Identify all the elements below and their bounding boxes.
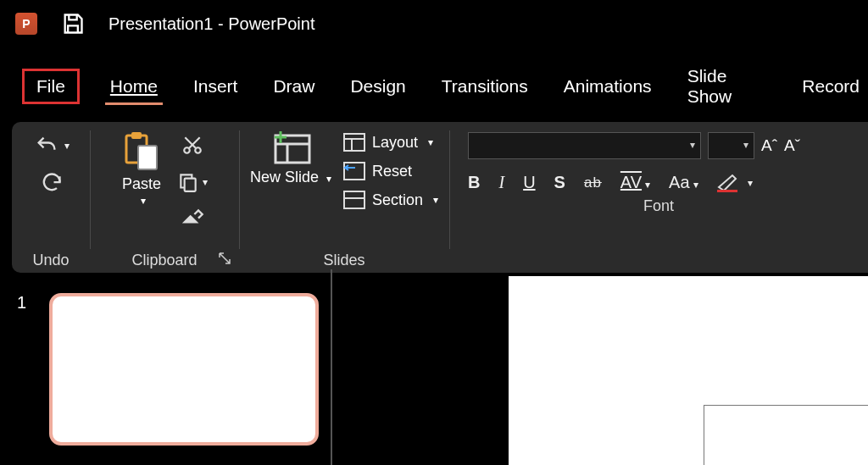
- editor-area: 1: [0, 269, 868, 465]
- svg-rect-16: [344, 191, 364, 208]
- new-slide-label: New Slide ▾: [250, 169, 331, 186]
- window-title: Presentation1 - PowerPoint: [108, 14, 314, 34]
- italic-button[interactable]: I: [498, 173, 504, 192]
- ribbon: ▾ Undo Paste ▾: [12, 122, 868, 273]
- svg-rect-11: [344, 134, 364, 151]
- new-slide-button[interactable]: New Slide ▾: [250, 129, 331, 186]
- paste-button[interactable]: Paste ▾: [121, 130, 162, 207]
- title-bar: P Presentation1 - PowerPoint: [0, 0, 868, 47]
- tab-file[interactable]: File: [22, 69, 80, 104]
- format-painter-button[interactable]: [181, 208, 204, 232]
- svg-rect-1: [131, 132, 142, 139]
- tab-transitions[interactable]: Transitions: [437, 73, 533, 100]
- tab-slide-show[interactable]: Slide Show: [682, 63, 772, 110]
- section-button[interactable]: Section▾: [343, 190, 438, 210]
- chevron-down-icon: ▾: [64, 140, 70, 152]
- svg-rect-2: [138, 146, 157, 169]
- strikethrough-button[interactable]: ab: [584, 174, 602, 191]
- font-color-button[interactable]: ▾: [717, 174, 753, 192]
- chevron-down-icon: ▾: [203, 176, 208, 188]
- tab-design[interactable]: Design: [345, 73, 410, 100]
- clipboard-dialog-launcher[interactable]: [215, 249, 234, 268]
- layout-label: Layout: [372, 134, 418, 152]
- layout-button[interactable]: Layout▾: [343, 132, 438, 152]
- tab-draw[interactable]: Draw: [268, 73, 320, 100]
- reset-label: Reset: [372, 163, 412, 180]
- svg-rect-5: [185, 179, 196, 191]
- group-font: ▾ ▾ Aˆ Aˇ B I U S ab AV▾ Aa▾ ▾ Font: [449, 127, 868, 273]
- font-name-combo[interactable]: ▾: [468, 132, 701, 159]
- underline-button[interactable]: U: [523, 173, 535, 192]
- slide-thumbnail-1[interactable]: [49, 293, 319, 446]
- group-clipboard: Paste ▾ ▾ Clipboard: [90, 127, 239, 273]
- notes-placeholder[interactable]: [704, 405, 868, 465]
- reset-button[interactable]: Reset: [343, 161, 438, 181]
- save-icon[interactable]: [61, 12, 85, 36]
- change-case-button[interactable]: Aa▾: [669, 173, 698, 192]
- group-undo: ▾ Undo: [12, 127, 90, 273]
- section-label: Section: [372, 191, 423, 209]
- ribbon-tabs: File Home Insert Draw Design Transitions…: [0, 47, 868, 112]
- decrease-font-button[interactable]: Aˇ: [784, 136, 800, 155]
- undo-button[interactable]: ▾: [32, 134, 70, 158]
- char-spacing-button[interactable]: AV▾: [620, 173, 650, 192]
- tab-insert[interactable]: Insert: [188, 73, 243, 100]
- group-slides: New Slide ▾ Layout▾ Reset Section▾ Slide…: [239, 127, 449, 273]
- slide-thumbnails-pane[interactable]: 1: [0, 269, 331, 465]
- slide-number: 1: [17, 293, 26, 313]
- chevron-down-icon: ▾: [141, 195, 146, 207]
- svg-rect-18: [717, 190, 737, 192]
- tab-home[interactable]: Home: [105, 73, 163, 100]
- paste-label: Paste: [122, 176, 161, 193]
- svg-point-4: [195, 147, 201, 153]
- pane-divider[interactable]: [331, 269, 332, 465]
- font-size-combo[interactable]: ▾: [708, 132, 754, 159]
- cut-button[interactable]: [181, 134, 203, 156]
- redo-button[interactable]: [38, 169, 64, 193]
- text-shadow-button[interactable]: S: [554, 173, 565, 192]
- copy-button[interactable]: ▾: [177, 171, 208, 193]
- tab-record[interactable]: Record: [797, 73, 865, 100]
- group-label-font: Font: [643, 192, 674, 219]
- svg-point-3: [184, 147, 190, 153]
- app-icon: P: [15, 13, 37, 35]
- bold-button[interactable]: B: [468, 173, 480, 192]
- tab-animations[interactable]: Animations: [559, 73, 657, 100]
- increase-font-button[interactable]: Aˆ: [761, 136, 777, 155]
